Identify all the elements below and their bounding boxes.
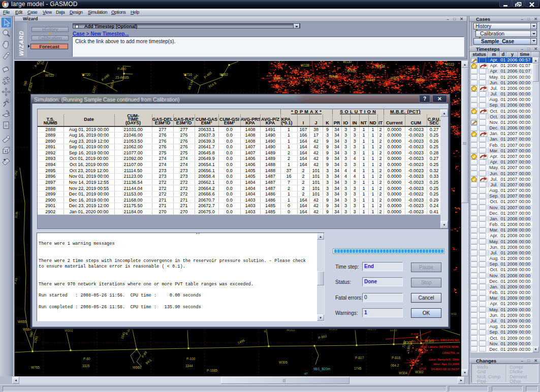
svg-text:P-60: P-60 (83, 357, 90, 361)
svg-text:W135: W135 (347, 69, 356, 73)
svg-text:781.6.0: 781.6.0 (409, 340, 418, 343)
svg-text:112: 112 (40, 61, 45, 65)
svg-text:W660: W660 (133, 366, 141, 369)
svg-text:W11: W11 (451, 312, 457, 315)
svg-text:Pipe Labels: DEVICE NAM,: Pipe Labels: DEVICE NAM, (421, 345, 460, 348)
svg-text:W662: W662 (219, 73, 228, 76)
svg-text:1136: 1136 (15, 211, 18, 218)
svg-text:69.14: 69.14 (187, 81, 193, 90)
svg-text:766: 766 (23, 80, 27, 86)
svg-text:W302: W302 (415, 370, 424, 374)
svg-text:P-628: P-628 (411, 333, 419, 336)
svg-text:time: Apr, 01,2006: time: Apr, 01,2006 (433, 363, 459, 366)
svg-text:W441: W441 (366, 78, 375, 82)
svg-text:064.2: 064.2 (391, 364, 399, 367)
svg-text:W765: W765 (31, 366, 40, 369)
svg-text:82?.4: 82?.4 (355, 85, 363, 88)
svg-text:W130: W130 (343, 61, 352, 63)
svg-text:W602: W602 (65, 329, 73, 332)
svg-text:W655: W655 (18, 320, 26, 323)
svg-text:P-499: P-499 (101, 73, 110, 81)
svg-text:W433: W433 (304, 78, 313, 82)
svg-text:W721: W721 (45, 74, 54, 77)
svg-text:P-493: P-493 (203, 71, 212, 79)
svg-text:1745: 1745 (354, 367, 362, 370)
svg-text:47: 47 (304, 372, 308, 375)
svg-text:W304: W304 (399, 371, 407, 375)
svg-text:23-W665: 23-W665 (115, 76, 129, 79)
svg-text:P-89: P-89 (141, 350, 148, 358)
svg-text:090: 090 (29, 331, 34, 337)
svg-text:3325: 3325 (82, 364, 90, 368)
svg-text:1078: 1078 (378, 83, 385, 86)
svg-text:P-896: P-896 (284, 75, 293, 78)
svg-text:1541: 1541 (120, 331, 126, 339)
svg-text:Node Labels: DMDGVS,NO: Node Labels: DMDGVS,NO (421, 339, 460, 342)
svg-text:W113: W113 (459, 88, 461, 92)
svg-text:W123: W123 (446, 62, 454, 66)
svg-text:84/1: 84/1 (145, 358, 152, 365)
svg-text:P-592: P-592 (317, 334, 327, 340)
svg-text:LENGTH, m: LENGTH, m (442, 351, 459, 354)
svg-text:1207: 1207 (91, 85, 97, 93)
svg-text:P-616: P-616 (392, 356, 401, 360)
svg-text:P-100: P-100 (186, 357, 196, 361)
svg-text:98/1_B20m: 98/1_B20m (313, 367, 330, 371)
svg-text:P-490: P-490 (117, 67, 126, 71)
svg-text:case: SampleG_Olds: case: SampleG_Olds (429, 358, 459, 361)
svg-text:1495: 1495 (237, 338, 245, 345)
svg-text:W306: W306 (279, 361, 288, 364)
svg-text:W121: W121 (416, 78, 425, 82)
svg-text:603.4: 603.4 (109, 79, 115, 88)
svg-text:W452: W452 (391, 76, 399, 80)
svg-text:W446: W446 (274, 77, 282, 80)
svg-text:3344: 3344 (185, 364, 193, 368)
svg-text:24-MAY-08 11:59:57: 24-MAY-08 11:59:57 (431, 368, 460, 371)
svg-text:P-41: P-41 (15, 277, 18, 284)
svg-text:W448: W448 (329, 75, 338, 78)
svg-text:P-903: P-903 (315, 75, 324, 78)
svg-text:P-162: P-162 (15, 170, 18, 179)
svg-text:P-1249: P-1249 (339, 75, 349, 78)
svg-text:W138: W138 (301, 63, 309, 67)
svg-text:P-617: P-617 (355, 356, 364, 360)
svg-text:P-424: P-424 (28, 82, 33, 91)
svg-text:W128: W128 (376, 64, 385, 68)
svg-text:P-1685: P-1685 (207, 369, 217, 372)
svg-text:ST1B: ST1B (419, 367, 426, 370)
